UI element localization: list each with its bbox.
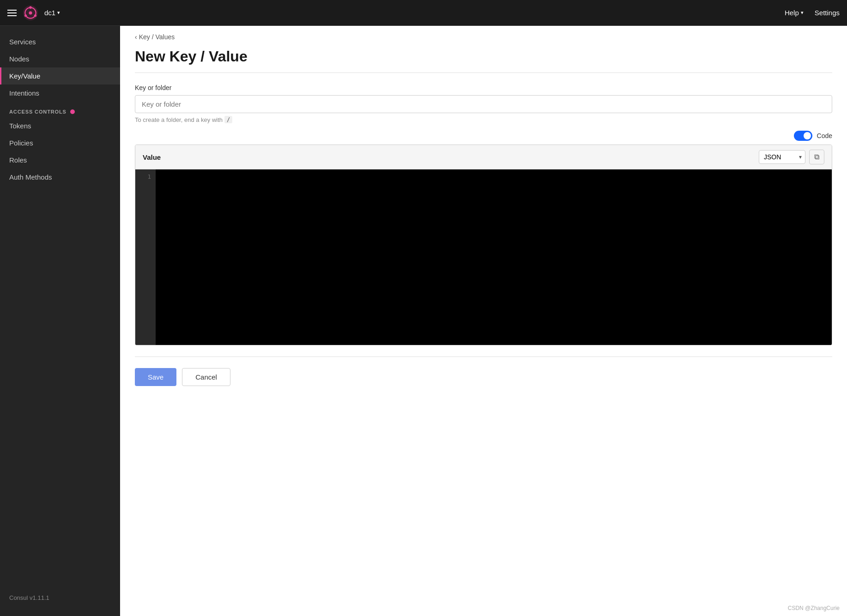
svg-point-4 [34,14,36,17]
version-label: Consul v1.11.1 [9,594,49,601]
help-chevron-icon: ▾ [801,10,804,16]
svg-point-3 [29,6,31,8]
sidebar-item-label: Intentions [9,89,39,97]
sidebar-item-intentions[interactable]: Intentions [0,85,120,102]
hint-code: / [224,116,232,123]
code-editor-area[interactable]: 1 [135,169,832,345]
svg-point-5 [24,14,27,17]
sidebar-item-keyvalue[interactable]: Key/Value [0,67,120,85]
cancel-button[interactable]: Cancel [182,368,230,386]
code-area[interactable] [156,169,832,345]
sidebar-item-label: Tokens [9,122,31,130]
sidebar-item-policies[interactable]: Policies [0,134,120,151]
divider [135,356,832,357]
main-content: ‹ Key / Values New Key / Value Key or fo… [120,26,847,616]
watermark: CSDN @ZhangCurie [788,605,840,611]
access-controls-label: ACCESS CONTROLS [9,109,67,115]
format-select[interactable]: JSON YAML HCL Plain Text [759,150,805,164]
key-field-label: Key or folder [135,84,832,91]
access-controls-section: ACCESS CONTROLS [0,102,120,117]
dc-selector[interactable]: dc1 ▾ [44,9,60,17]
sidebar-item-services[interactable]: Services [0,33,120,50]
save-button[interactable]: Save [135,368,176,386]
copy-button[interactable]: ⧉ [809,150,824,164]
back-arrow-icon: ‹ [135,33,137,41]
value-editor-header: Value JSON YAML HCL Plain Text ⧉ [135,145,832,169]
access-controls-dot [70,109,75,114]
dc-chevron-icon: ▾ [57,10,60,16]
line-number: 1 [138,173,151,180]
code-toggle-row: Code [135,131,832,141]
navbar: dc1 ▾ Help ▾ Settings [0,0,847,26]
navbar-left: dc1 ▾ [7,5,60,21]
value-label: Value [143,153,161,161]
sidebar-item-label: Roles [9,156,27,164]
key-input[interactable] [135,95,832,113]
main-layout: Services Nodes Key/Value Intentions ACCE… [0,26,847,616]
svg-point-2 [29,11,32,14]
line-numbers: 1 [135,169,156,345]
sidebar-item-roles[interactable]: Roles [0,151,120,169]
hamburger-icon[interactable] [7,10,17,16]
format-select-wrapper: JSON YAML HCL Plain Text [759,150,805,164]
sidebar-item-label: Auth Methods [9,173,52,181]
sidebar-item-label: Nodes [9,55,29,63]
breadcrumb-back-button[interactable]: ‹ Key / Values [135,33,175,41]
page-title: New Key / Value [135,48,832,73]
navbar-right: Help ▾ Settings [785,9,840,17]
consul-logo [22,5,39,21]
sidebar-footer: Consul v1.11.1 [0,587,120,609]
hint-main: To create a folder, end a key with [135,116,223,123]
action-buttons: Save Cancel [135,364,832,386]
sidebar-item-auth-methods[interactable]: Auth Methods [0,169,120,186]
value-header-controls: JSON YAML HCL Plain Text ⧉ [759,150,824,164]
sidebar: Services Nodes Key/Value Intentions ACCE… [0,26,120,616]
page-body: New Key / Value Key or folder To create … [120,44,847,401]
value-editor-wrapper: Value JSON YAML HCL Plain Text ⧉ [135,145,832,345]
hint-text: To create a folder, end a key with / [135,116,832,123]
help-button[interactable]: Help ▾ [785,9,804,17]
sidebar-item-label: Services [9,38,36,46]
sidebar-item-label: Policies [9,139,33,147]
dc-label: dc1 [44,9,55,17]
sidebar-item-tokens[interactable]: Tokens [0,117,120,134]
breadcrumb-link: Key / Values [139,33,175,41]
sidebar-item-label: Key/Value [9,72,40,80]
sidebar-item-nodes[interactable]: Nodes [0,50,120,67]
code-toggle-label: Code [817,132,832,139]
copy-icon: ⧉ [814,153,819,161]
breadcrumb: ‹ Key / Values [120,26,847,44]
code-toggle-switch[interactable] [794,131,812,141]
settings-button[interactable]: Settings [815,9,840,17]
